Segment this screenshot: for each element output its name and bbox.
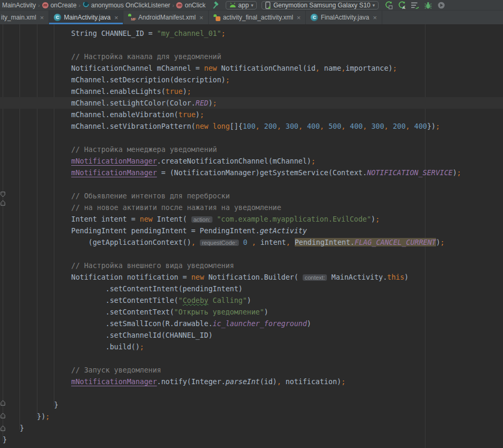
- code-line: [0, 352, 503, 364]
- code-line: [0, 132, 503, 144]
- tab-label: ity_main.xml: [1, 14, 36, 21]
- java-class-icon: C: [54, 14, 61, 21]
- tab-label: activity_final_acttivity.xml: [223, 14, 293, 21]
- code-area[interactable]: String CHANNEL_ID = "my_channel_01"; // …: [0, 24, 503, 445]
- code-line: Notification notification = new Notifica…: [0, 271, 503, 283]
- close-icon[interactable]: ×: [114, 14, 119, 22]
- code-line: mNotificationManager = (NotificationMana…: [0, 167, 503, 178]
- code-line: // Настройка менеджера уведомлений: [0, 144, 503, 155]
- breadcrumb-label: anonymous OnClickListener: [91, 2, 170, 9]
- close-icon[interactable]: ×: [199, 14, 204, 22]
- breadcrumb-label: MainActivity: [2, 2, 36, 9]
- breadcrumb-item[interactable]: monClick: [176, 2, 205, 9]
- code-line: .setContentText("Открыть уведомление"): [0, 306, 503, 318]
- breadcrumb-separator-icon: ›: [37, 2, 41, 8]
- code-line: mChannel.setDescription(description);: [0, 74, 503, 85]
- breadcrumb: MainActivity›monCreate›anonymous OnClick…: [2, 1, 206, 9]
- code-line: .setContentIntent(pendingIntent): [0, 283, 503, 294]
- editor-tab[interactable]: activity_final_acttivity.xml×: [209, 11, 306, 24]
- breadcrumb-separator-icon: ›: [78, 2, 81, 8]
- run-tasks-icon[interactable]: [411, 1, 419, 9]
- breadcrumb-item[interactable]: monCreate: [42, 2, 76, 9]
- code-line: [0, 387, 503, 399]
- code-line: PendingIntent pendingIntent = PendingInt…: [0, 225, 503, 236]
- device-selector[interactable]: Genymotion Samsung Galaxy S10 ▾: [262, 1, 379, 9]
- toolbar-actions: A: [384, 1, 446, 9]
- code-line: .setContentTitle("Codeby Calling"): [0, 294, 503, 306]
- code-line: [0, 39, 503, 51]
- java-class-icon: C: [311, 14, 318, 21]
- code-line: mChannel.enableLights(true);: [0, 85, 503, 97]
- method-icon: m: [42, 2, 49, 8]
- profiler-icon[interactable]: [437, 1, 446, 9]
- code-line: String CHANNEL_ID = "my_channel_01";: [0, 27, 503, 39]
- chevron-down-icon: ▾: [251, 3, 254, 8]
- editor-tab[interactable]: CMainActivity.java×: [49, 11, 123, 24]
- code-line: [0, 248, 503, 260]
- close-icon[interactable]: ×: [40, 14, 44, 22]
- code-line: });: [0, 411, 503, 422]
- layout-xml-file-icon: [214, 14, 220, 21]
- code-line: (getApplicationContext(), requestCode: 0…: [0, 236, 503, 248]
- breadcrumb-item[interactable]: MainActivity: [2, 2, 36, 9]
- android-icon: [229, 2, 236, 8]
- close-icon[interactable]: ×: [373, 14, 377, 22]
- code-line: // Настройка канала для уведомлений: [0, 51, 503, 62]
- code-line: .setSmallIcon(R.drawable.ic_launcher_for…: [0, 318, 503, 329]
- hammer-glyph: [212, 1, 221, 9]
- apply-code-changes-icon[interactable]: A: [398, 1, 406, 9]
- code-line: mNotificationManager.notify(Integer.pars…: [0, 376, 503, 387]
- code-line: .setChannelId(CHANNEL_ID): [0, 329, 503, 341]
- code-editor[interactable]: String CHANNEL_ID = "my_channel_01"; // …: [0, 24, 503, 448]
- chevron-down-icon: ▾: [373, 3, 375, 8]
- code-line: // Запуск уведомления: [0, 364, 503, 376]
- editor-tab[interactable]: ity_main.xml×: [0, 11, 49, 24]
- code-line: .build();: [0, 341, 503, 352]
- code-line: NotificationChannel mChannel = new Notif…: [0, 62, 503, 74]
- breadcrumb-label: onCreate: [51, 2, 76, 9]
- code-line: mChannel.enableVibration(true);: [0, 109, 503, 120]
- code-line-current: mChannel.setLightColor(Color.RED);: [0, 97, 503, 109]
- breadcrumb-item[interactable]: anonymous OnClickListener: [83, 1, 170, 9]
- code-line: }: [0, 399, 503, 411]
- code-line: }: [0, 422, 503, 434]
- code-line: }: [0, 434, 503, 445]
- main-toolbar: MainActivity›monCreate›anonymous OnClick…: [0, 0, 503, 11]
- tab-label: FinalActtivity.java: [321, 14, 369, 21]
- apply-changes-restart-icon[interactable]: [384, 1, 393, 9]
- parameter-hint-badge: action:: [191, 216, 212, 223]
- parameter-hint-badge: requestCode:: [200, 240, 239, 246]
- breadcrumb-label: onClick: [185, 2, 205, 9]
- tab-label: AndroidManifest.xml: [138, 14, 196, 21]
- parameter-hint-badge: context:: [303, 274, 327, 281]
- code-line: mChannel.setVibrationPattern(new long[]{…: [0, 120, 503, 132]
- code-line: Intent intent = new Intent( action: "com…: [0, 213, 503, 225]
- code-line: // Настройка внешнего вида уведомления: [0, 260, 503, 271]
- svg-text:A: A: [402, 5, 405, 9]
- code-line: // Обьявление интентов для переброски: [0, 190, 503, 202]
- manifest-file-icon: MF: [128, 14, 136, 21]
- editor-tab[interactable]: CFinalActtivity.java×: [306, 11, 382, 24]
- breadcrumb-separator-icon: ›: [172, 2, 175, 8]
- editor-tab-bar: ity_main.xml×CMainActivity.java×MFAndroi…: [0, 11, 503, 24]
- run-config-label: app: [238, 2, 249, 9]
- phone-icon: [265, 2, 271, 9]
- debug-icon[interactable]: [424, 1, 432, 9]
- build-hammer-icon[interactable]: [212, 1, 221, 9]
- tab-label: MainActivity.java: [64, 14, 110, 21]
- close-icon[interactable]: ×: [297, 14, 301, 22]
- code-line: // на новое активити после нажатия на ув…: [0, 202, 503, 213]
- method-icon: m: [176, 2, 182, 8]
- anonymous-class-icon: [83, 1, 89, 9]
- run-config-selector[interactable]: app ▾: [226, 1, 257, 9]
- code-line: [0, 178, 503, 190]
- code-line: mNotificationManager.createNotificationC…: [0, 155, 503, 167]
- editor-tab[interactable]: MFAndroidManifest.xml×: [123, 11, 208, 24]
- device-label: Genymotion Samsung Galaxy S10: [273, 2, 370, 9]
